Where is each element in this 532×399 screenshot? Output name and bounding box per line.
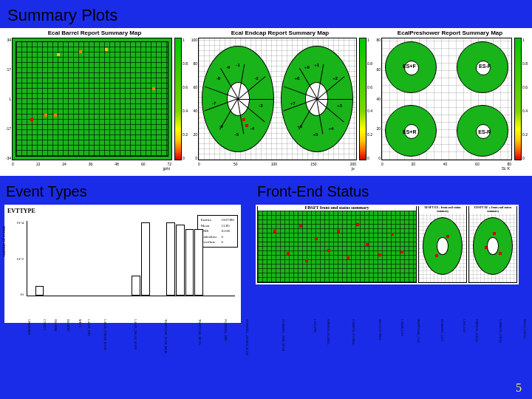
evttype-category-label: COSMIC xyxy=(43,319,47,330)
preshower-zticks: 0 0.2 0.4 0.6 0.8 1 xyxy=(522,38,528,160)
barrel-summary-plot: Ecal Barrel Report Summary Map 34 17 1 -… xyxy=(1,30,188,171)
fes-barrel-title: EBSFT front-end status summary xyxy=(258,205,416,211)
endcap-title: Ecal Endcap Report Summary Map xyxy=(188,30,372,36)
evttype-category-label: LASER_POWER_SCAN xyxy=(103,319,107,349)
evttype-bar xyxy=(185,229,194,296)
evttype-category-label: PEDESTAL_STD xyxy=(224,319,228,341)
evttype-bar xyxy=(35,286,44,296)
evttype-category-label: PHYSICS_GLOBAL xyxy=(327,319,330,345)
evttype-title: EVTTYPE xyxy=(7,208,238,214)
preshower-grid: ES+F ES-F ES+R ES-R xyxy=(381,38,512,160)
fes-ee-minus-title: EESFT EE - front-end status summary xyxy=(419,205,466,214)
evttype-bar xyxy=(141,222,150,296)
evttype-category-label: HALO_LOCAL xyxy=(523,319,527,338)
endcap-summary-plot: Ecal Endcap Report Summary Map 100 80 60… xyxy=(188,30,372,171)
evttype-category-label: PEDESTAL_25NS_SCAN xyxy=(282,319,285,351)
barrel-grid xyxy=(12,38,172,160)
evttype-category-label: PEDESTAL_GAP xyxy=(440,319,444,341)
fes-panel: EBSFT front-end status summary EESFT EE … xyxy=(256,205,519,284)
evttype-category-label: LASER_STD xyxy=(87,319,91,335)
section-title-event-types: Event Types xyxy=(6,183,239,200)
front-end-col: Front-End Status EBSFT front-end status … xyxy=(256,180,519,323)
summary-plots-row: Ecal Barrel Report Summary Map 34 17 1 -… xyxy=(0,28,532,176)
barrel-zticks: 0 0.2 0.4 0.6 0.8 1 xyxy=(183,38,188,160)
fes-ee-plus-title: EESFT EE + front-end status summary xyxy=(469,205,516,214)
fes-ee-minus-plot: EESFT EE - front-end status summary xyxy=(418,206,467,283)
endcap-grid: -1 -2 -3 -4 -5 -6 -7 -8 -9 xyxy=(198,38,357,160)
section-title-summary: Summary Plots xyxy=(0,0,532,28)
preshower-summary-plot: EcalPreshower Report Summary Map 80 60 4… xyxy=(372,30,528,171)
evttype-category-label: TESTPULSE_SCAN_MEM xyxy=(164,319,168,353)
page-number: 5 xyxy=(516,381,522,395)
section-title-front-end: Front-End Status xyxy=(257,183,517,200)
evttype-category-label: COSMICS_LOCAL xyxy=(499,319,502,344)
evttype-category-label: TESTPULSE_GAP xyxy=(417,319,420,343)
evttype-xlabels: UNKNOWNCOSMICBEAMH4BEAMH2MTCCLASER_STDLA… xyxy=(27,318,235,321)
barrel-yticks: 34 17 1 -17 -34 xyxy=(1,38,12,160)
evttype-bar xyxy=(166,222,175,296)
preshower-title: EcalPreshower Report Summary Map xyxy=(372,30,528,36)
evttype-ylabel: number of events xyxy=(1,225,6,256)
evttype-category-label: BEAMH2 xyxy=(66,319,70,331)
evttype-category-label: LASER_DELAY_SCAN xyxy=(134,319,137,349)
barrel-title: Ecal Barrel Report Summary Map xyxy=(1,30,188,36)
evttype-category-label: LED_GAP xyxy=(463,319,466,332)
evttype-category-label: LASER_GAP xyxy=(400,319,404,336)
evttype-bars xyxy=(27,221,235,296)
evttype-bar xyxy=(194,229,203,296)
evttype-yticks: 10^4 10^2 10 xyxy=(7,221,24,296)
ee-plus-ring: +1 +2 +3 +4 +5 +6 +7 +8 +9 xyxy=(281,46,353,152)
event-types-col: Event Types EVTTYPE Entries1007380 Mean1… xyxy=(4,180,241,323)
endcap-zticks: 0 0.2 0.4 0.6 0.8 1 xyxy=(367,38,372,160)
ee-minus-ring: -1 -2 -3 -4 -5 -6 -7 -8 -9 xyxy=(202,46,274,152)
evttype-category-label: PEDESTAL_OFFSET_SCAN xyxy=(245,319,249,355)
evttype-category-label: BEAMH4 xyxy=(54,319,58,331)
evttype-category-label: COSMICS_GLOBAL xyxy=(352,319,355,346)
evttype-category-label: LED_STD xyxy=(313,319,317,332)
fes-barrel-plot: EBSFT front-end status summary xyxy=(257,206,417,283)
evttype-category-label: HALO_GLOBAL xyxy=(378,319,382,341)
fes-ee-plots: EESFT EE - front-end status summary EESF… xyxy=(418,206,517,283)
evttype-bar xyxy=(176,225,185,296)
evttype-axes xyxy=(27,221,235,296)
endcap-xlabel: jx xyxy=(188,166,355,171)
fes-ee-plus-plot: EESFT EE + front-end status summary xyxy=(468,206,517,283)
evttype-bar xyxy=(132,276,140,296)
evttype-category-label: MTCC xyxy=(78,319,82,327)
evttype-category-label: PHYSICS_LOCAL xyxy=(475,319,479,343)
event-types-plot: EVTTYPE Entries1007380 Mean13.85 RMS9.01… xyxy=(4,205,241,323)
evttype-category-label: TESTPULSE_MGPA xyxy=(198,319,202,345)
barrel-xlabel: jphi xyxy=(1,166,170,171)
endcap-zbar xyxy=(359,38,366,160)
preshower-xlabel: Si X xyxy=(372,166,510,171)
barrel-zbar xyxy=(174,38,182,160)
preshower-yticks: 80 60 40 20 0 xyxy=(372,38,381,160)
evttype-category-label: UNKNOWN xyxy=(27,319,31,335)
endcap-yticks: 100 80 60 40 20 0 xyxy=(188,38,198,160)
preshower-zbar xyxy=(514,38,522,160)
row2: Event Types EVTTYPE Entries1007380 Mean1… xyxy=(0,180,532,323)
